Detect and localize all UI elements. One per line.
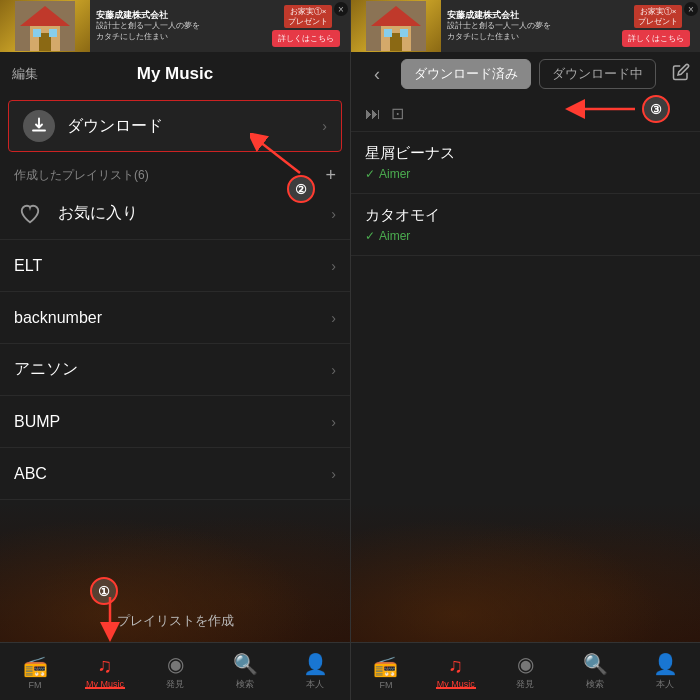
ad-tagline1-right: 設計士と創る一人一人の夢を: [447, 21, 616, 31]
annotation-1: ①: [90, 577, 118, 605]
concert-background-right: [351, 502, 700, 642]
ad-banner[interactable]: 安藤成建株式会社 設計士と創る一人一人の夢を カタチにした住まい お家実①×プレ…: [0, 0, 350, 52]
nav-item-fm[interactable]: 📻 FM: [0, 654, 70, 690]
nav-item-mymusic[interactable]: ♫ My Music: [70, 654, 140, 689]
panel1-title: My Music: [137, 64, 214, 84]
list-item[interactable]: BUMP ›: [0, 396, 350, 448]
bump-chevron: ›: [331, 414, 336, 430]
fm-label: FM: [29, 680, 42, 690]
playlist-name-abc: ABC: [14, 465, 331, 483]
fm-label-r: FM: [379, 680, 392, 690]
search-label-r: 検索: [586, 678, 604, 691]
ad-close-btn[interactable]: ×: [334, 2, 348, 16]
nav-item-profile[interactable]: 👤 本人: [280, 652, 350, 691]
mini-controls: ⏭ ⊡: [351, 96, 700, 132]
discover-label-r: 発見: [516, 678, 534, 691]
profile-label-r: 本人: [656, 678, 674, 691]
artist-name-2: Aimer: [379, 229, 410, 243]
ad-text: 安藤成建株式会社 設計士と創る一人一人の夢を カタチにした住まい: [90, 8, 272, 44]
list-item[interactable]: ELT ›: [0, 240, 350, 292]
edit-icon: [672, 63, 690, 81]
song-row-2[interactable]: カタオモイ ✓ Aimer: [351, 194, 700, 256]
playlist-name-elt: ELT: [14, 257, 331, 275]
nav-item-fm-r[interactable]: 📻 FM: [351, 654, 421, 690]
create-playlist-label: プレイリ: [117, 612, 169, 630]
nav-item-discover-r[interactable]: ◉ 発見: [491, 652, 561, 691]
fm-icon-r: 📻: [373, 654, 398, 678]
active-indicator: [85, 687, 125, 689]
ad-company: 安藤成建株式会社: [96, 10, 266, 22]
svg-rect-4: [33, 29, 41, 37]
nav-item-discover[interactable]: ◉ 発見: [140, 652, 210, 691]
active-indicator-r: [436, 687, 476, 689]
ad-cta-btn[interactable]: 詳しくはこちら: [272, 30, 340, 47]
elt-chevron: ›: [331, 258, 336, 274]
discover-icon-r: ◉: [517, 652, 534, 676]
panel2-edit-btn[interactable]: [672, 63, 690, 85]
bottom-nav-right: 📻 FM ♫ My Music ◉ 発見 🔍 検索 👤 本人: [351, 642, 700, 700]
ad-cta-btn-right[interactable]: 詳しくはこちら: [622, 30, 690, 47]
backnumber-chevron: ›: [331, 310, 336, 326]
nav-item-search-r[interactable]: 🔍 検索: [560, 652, 630, 691]
abc-chevron: ›: [331, 466, 336, 482]
list-item[interactable]: アニソン ›: [0, 344, 350, 396]
list-item[interactable]: ABC ›: [0, 448, 350, 500]
create-playlist-area: プレイリ ストを作成: [0, 612, 350, 630]
svg-rect-12: [384, 29, 392, 37]
mymusic-icon-r: ♫: [448, 654, 463, 677]
skip-prev-btn[interactable]: ⏭: [365, 105, 381, 123]
download-svg: [30, 117, 48, 135]
search-icon: 🔍: [233, 652, 258, 676]
song-row-1[interactable]: 星屑ビーナス ✓ Aimer: [351, 132, 700, 194]
ad-gift-label: お家実①×プレゼント: [284, 5, 332, 28]
song-title-1: 星屑ビーナス: [365, 144, 686, 163]
check-icon-1: ✓: [365, 167, 375, 181]
ad-image: [0, 0, 90, 52]
ad-tagline2-right: カタチにした住まい: [447, 32, 616, 42]
fm-icon: 📻: [23, 654, 48, 678]
search-icon-r: 🔍: [583, 652, 608, 676]
profile-icon: 👤: [303, 652, 328, 676]
create-playlist-mid: ストを作成: [169, 612, 234, 630]
add-playlist-btn[interactable]: +: [325, 166, 336, 184]
download-chevron: ›: [322, 118, 327, 134]
ad-close-btn-right[interactable]: ×: [684, 2, 698, 16]
search-label: 検索: [236, 678, 254, 691]
favorites-label: お気に入り: [58, 203, 331, 224]
nav-item-search[interactable]: 🔍 検索: [210, 652, 280, 691]
check-icon-2: ✓: [365, 229, 375, 243]
download-row[interactable]: ダウンロード ›: [8, 100, 342, 152]
profile-label: 本人: [306, 678, 324, 691]
left-panel: 安藤成建株式会社 設計士と創る一人一人の夢を カタチにした住まい お家実①×プレ…: [0, 0, 350, 700]
discover-label: 発見: [166, 678, 184, 691]
discover-icon: ◉: [167, 652, 184, 676]
svg-rect-13: [400, 29, 408, 37]
panel2-header: ‹ ダウンロード済み ダウンロード中: [351, 52, 700, 96]
playlist-name-bump: BUMP: [14, 413, 331, 431]
tab-downloaded[interactable]: ダウンロード済み: [401, 59, 531, 89]
playlist-name-backnumber: backnumber: [14, 309, 331, 327]
repeat-btn[interactable]: ⊡: [391, 104, 404, 123]
ad-banner-right[interactable]: 安藤成建株式会社 設計士と創る一人一人の夢を カタチにした住まい お家実①×プレ…: [351, 0, 700, 52]
download-icon: [23, 110, 55, 142]
right-panel: 安藤成建株式会社 設計士と創る一人一人の夢を カタチにした住まい お家実①×プレ…: [350, 0, 700, 700]
list-item[interactable]: backnumber ›: [0, 292, 350, 344]
profile-icon-r: 👤: [653, 652, 678, 676]
playlist-section-header: 作成したプレイリスト(6) +: [0, 156, 350, 188]
ad-company-right: 安藤成建株式会社: [447, 10, 616, 22]
ad-tagline2: カタチにした住まい: [96, 32, 266, 42]
ad-tagline1: 設計士と創る一人一人の夢を: [96, 21, 266, 31]
ad-gift-label-right: お家実①×プレゼント: [634, 5, 682, 28]
nav-item-mymusic-r[interactable]: ♫ My Music: [421, 654, 491, 689]
svg-rect-5: [49, 29, 57, 37]
favorites-row[interactable]: お気に入り ›: [0, 188, 350, 240]
circle-1: ①: [90, 577, 118, 605]
back-button[interactable]: ‹: [361, 58, 393, 90]
ad-text-right: 安藤成建株式会社 設計士と創る一人一人の夢を カタチにした住まい: [441, 8, 622, 44]
tab-downloading[interactable]: ダウンロード中: [539, 59, 656, 89]
edit-button[interactable]: 編集: [12, 65, 38, 83]
ad-image-right: [351, 0, 441, 52]
nav-item-profile-r[interactable]: 👤 本人: [630, 652, 700, 691]
heart-icon: [14, 198, 46, 230]
mymusic-icon: ♫: [98, 654, 113, 677]
